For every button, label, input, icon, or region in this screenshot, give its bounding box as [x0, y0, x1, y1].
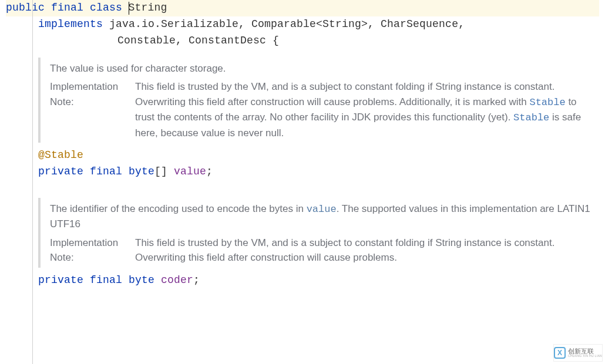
keyword-final: final [51, 2, 83, 14]
javadoc-block-value: The value is used for character storage.… [38, 58, 599, 143]
annotation-stable: @Stable [38, 149, 83, 161]
javadoc-impl-body: This field is trusted by the VM, and is … [135, 235, 591, 265]
field-name-coder: coder [161, 274, 193, 286]
watermark-icon: X [554, 347, 566, 359]
code-line-field-coder[interactable]: private final byte coder; [6, 272, 599, 289]
keyword-private: private [38, 274, 83, 286]
keyword-final: final [90, 274, 122, 286]
code-line-field-value[interactable]: private final byte[] value; [6, 164, 599, 180]
javadoc-summary: The identifier of the encoding used to e… [50, 201, 591, 232]
value-mono: value [307, 204, 337, 215]
javadoc-impl-note-row: Implementation Note: This field is trust… [50, 235, 591, 265]
semicolon: ; [206, 166, 213, 177]
type-byte: byte [129, 274, 154, 286]
code-editor[interactable]: public final class String implements jav… [0, 0, 605, 295]
watermark-line2: CHUANG XIN HU LIAN [568, 355, 602, 358]
implements-list-2: Constable, ConstantDesc { [117, 35, 279, 46]
stable-link[interactable]: Stable [529, 97, 565, 108]
implements-list-1: java.io.Serializable, Comparable<String>… [103, 18, 465, 30]
type-byte: byte [129, 166, 154, 177]
code-line-3[interactable]: Constable, ConstantDesc { [6, 33, 599, 49]
keyword-class: class [90, 2, 122, 14]
semicolon: ; [193, 274, 200, 286]
code-line-1[interactable]: public final class String [6, 0, 599, 16]
javadoc-impl-label: Implementation Note: [50, 79, 129, 140]
javadoc-impl-label: Implementation Note: [50, 235, 129, 265]
keyword-private: private [38, 166, 83, 177]
keyword-public: public [6, 2, 45, 14]
keyword-implements: implements [38, 18, 103, 30]
class-name: String [129, 2, 167, 14]
code-line-annotation[interactable]: @Stable [6, 147, 599, 164]
javadoc-text: This field is trusted by the VM, and is … [135, 81, 554, 107]
field-name-value: value [174, 166, 206, 177]
javadoc-summary: The value is used for character storage. [50, 61, 591, 76]
code-line-2[interactable]: implements java.io.Serializable, Compara… [6, 16, 599, 33]
javadoc-text: The identifier of the encoding used to e… [50, 203, 307, 214]
keyword-final: final [90, 166, 122, 177]
watermark-badge: X 创新互联 CHUANG XIN HU LIAN [553, 344, 603, 362]
stable-link[interactable]: Stable [513, 112, 549, 123]
javadoc-block-coder: The identifier of the encoding used to e… [38, 198, 599, 268]
javadoc-impl-note-row: Implementation Note: This field is trust… [50, 79, 591, 140]
javadoc-impl-body: This field is trusted by the VM, and is … [135, 79, 591, 140]
brackets: [] [154, 166, 174, 177]
